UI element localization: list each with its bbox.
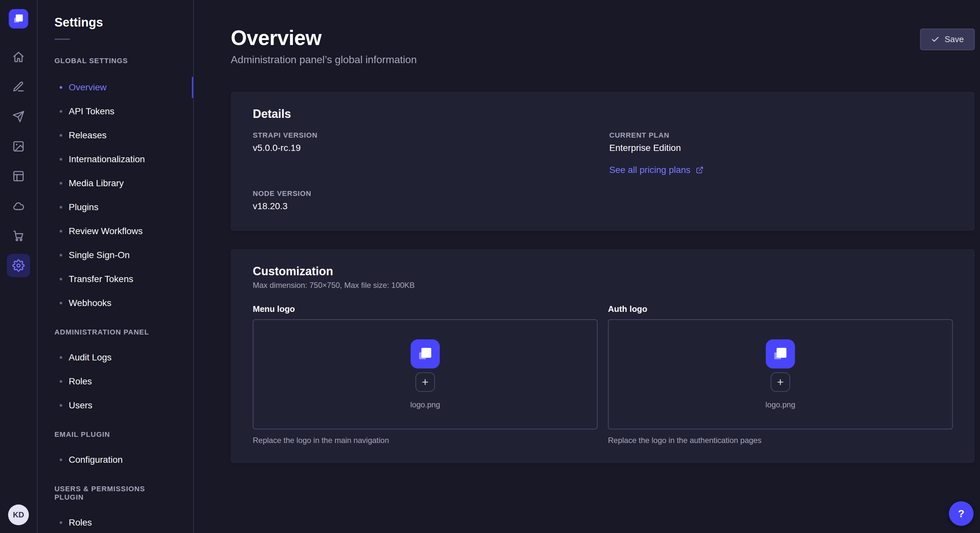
app-root: KD Settings GLOBAL SETTINGS Overview API… bbox=[0, 0, 980, 533]
main-nav-rail: KD bbox=[0, 0, 38, 533]
sidebar-item-up-roles[interactable]: Roles bbox=[38, 511, 193, 533]
sidebar-item-single-sign-on[interactable]: Single Sign-On bbox=[38, 243, 193, 267]
logo-grid: Menu logo logo.png Replac bbox=[253, 304, 953, 445]
field-label: CURRENT PLAN bbox=[609, 131, 953, 140]
bullet-dot bbox=[60, 404, 62, 407]
sidebar-item-overview[interactable]: Overview bbox=[38, 75, 193, 99]
rail-items bbox=[7, 45, 30, 277]
sidebar-divider bbox=[54, 38, 70, 40]
bullet-dot bbox=[60, 206, 62, 209]
sidebar-item-label: Overview bbox=[69, 82, 107, 93]
bullet-dot bbox=[60, 458, 62, 461]
sidebar-item-transfer-tokens[interactable]: Transfer Tokens bbox=[38, 267, 193, 291]
sidebar-item-admin-roles[interactable]: Roles bbox=[38, 370, 193, 393]
customization-card-title: Customization bbox=[253, 265, 953, 278]
plus-icon bbox=[776, 378, 784, 386]
auth-logo-hint: Replace the logo in the authentication p… bbox=[608, 436, 953, 445]
auth-logo-preview bbox=[766, 339, 795, 368]
section-label-users-permissions-plugin: USERS & PERMISSIONS PLUGIN bbox=[38, 485, 193, 501]
users-permissions-list: Roles Providers bbox=[38, 511, 193, 533]
menu-logo-field: Menu logo logo.png Replac bbox=[253, 304, 598, 445]
section-label-email-plugin: EMAIL PLUGIN bbox=[38, 430, 193, 439]
auth-logo-add-button[interactable] bbox=[771, 373, 790, 392]
page-subtitle: Administration panel’s global informatio… bbox=[231, 54, 417, 66]
strapi-logo[interactable] bbox=[9, 9, 28, 29]
bullet-dot bbox=[60, 110, 62, 113]
sidebar-item-audit-logs[interactable]: Audit Logs bbox=[38, 346, 193, 370]
user-avatar[interactable]: KD bbox=[8, 504, 29, 525]
page-header: Overview Administration panel’s global i… bbox=[231, 26, 975, 66]
sidebar-item-internationalization[interactable]: Internationalization bbox=[38, 148, 193, 171]
field-value: v5.0.0-rc.19 bbox=[253, 143, 596, 153]
strapi-version-field: STRAPI VERSION v5.0.0-rc.19 bbox=[253, 131, 596, 153]
pricing-plans-link-label: See all pricing plans bbox=[609, 165, 690, 175]
cloud-icon[interactable] bbox=[7, 194, 30, 217]
sidebar-item-review-workflows[interactable]: Review Workflows bbox=[38, 219, 193, 243]
field-label: NODE VERSION bbox=[253, 189, 596, 198]
home-icon[interactable] bbox=[7, 45, 30, 69]
layout-icon[interactable] bbox=[7, 165, 30, 188]
details-column-right: CURRENT PLAN Enterprise Edition See all … bbox=[609, 131, 953, 211]
sidebar-item-label: Internationalization bbox=[69, 154, 145, 165]
settings-sidebar: Settings GLOBAL SETTINGS Overview API To… bbox=[38, 0, 194, 533]
sidebar-item-label: Users bbox=[69, 400, 92, 411]
save-button-label: Save bbox=[945, 34, 964, 44]
marketplace-cart-icon[interactable] bbox=[7, 224, 30, 247]
menu-logo-upload-box[interactable]: logo.png bbox=[253, 319, 598, 429]
sidebar-item-webhooks[interactable]: Webhooks bbox=[38, 291, 193, 315]
current-plan-field: CURRENT PLAN Enterprise Edition bbox=[609, 131, 953, 153]
page-title: Overview bbox=[231, 26, 417, 50]
strapi-logo-icon bbox=[771, 345, 789, 363]
bullet-dot bbox=[60, 158, 62, 160]
sidebar-item-label: Audit Logs bbox=[69, 352, 111, 363]
sidebar-item-releases[interactable]: Releases bbox=[38, 124, 193, 148]
help-button[interactable]: ? bbox=[949, 501, 974, 526]
pen-icon[interactable] bbox=[7, 75, 30, 98]
sidebar-item-label: Single Sign-On bbox=[69, 250, 130, 260]
check-icon bbox=[931, 35, 940, 44]
node-version-field: NODE VERSION v18.20.3 bbox=[253, 189, 596, 211]
details-card: Details STRAPI VERSION v5.0.0-rc.19 NODE… bbox=[231, 92, 975, 231]
settings-gear-icon[interactable] bbox=[7, 254, 30, 277]
bullet-dot bbox=[60, 521, 62, 524]
bullet-dot bbox=[60, 254, 62, 257]
administration-panel-list: Audit Logs Roles Users bbox=[38, 346, 193, 417]
menu-logo-label: Menu logo bbox=[253, 304, 598, 314]
sidebar-item-label: Transfer Tokens bbox=[69, 274, 133, 284]
section-label-administration-panel: ADMINISTRATION PANEL bbox=[38, 328, 193, 336]
sidebar-item-plugins[interactable]: Plugins bbox=[38, 195, 193, 219]
details-grid: STRAPI VERSION v5.0.0-rc.19 NODE VERSION… bbox=[253, 131, 953, 211]
sidebar-item-label: Webhooks bbox=[69, 298, 111, 308]
external-link-icon bbox=[696, 166, 703, 174]
sidebar-item-admin-users[interactable]: Users bbox=[38, 393, 193, 417]
auth-logo-label: Auth logo bbox=[608, 304, 953, 314]
bullet-dot bbox=[60, 86, 62, 89]
sidebar-item-label: API Tokens bbox=[69, 106, 115, 117]
field-label: STRAPI VERSION bbox=[253, 131, 596, 140]
sidebar-item-label: Media Library bbox=[69, 178, 124, 189]
sidebar-item-email-configuration[interactable]: Configuration bbox=[38, 448, 193, 472]
sidebar-item-label: Configuration bbox=[69, 455, 123, 465]
save-button[interactable]: Save bbox=[920, 29, 975, 50]
strapi-logo-icon bbox=[12, 12, 25, 25]
menu-logo-preview bbox=[410, 339, 440, 368]
bullet-dot bbox=[60, 134, 62, 136]
sidebar-item-label: Review Workflows bbox=[69, 226, 143, 236]
bullet-dot bbox=[60, 230, 62, 233]
details-card-title: Details bbox=[253, 107, 953, 121]
media-library-icon[interactable] bbox=[7, 135, 30, 158]
bullet-dot bbox=[60, 380, 62, 383]
menu-logo-add-button[interactable] bbox=[415, 373, 435, 392]
sidebar-item-api-tokens[interactable]: API Tokens bbox=[38, 99, 193, 124]
auth-logo-upload-box[interactable]: logo.png bbox=[608, 319, 953, 429]
sidebar-item-media-library[interactable]: Media Library bbox=[38, 171, 193, 195]
sidebar-title: Settings bbox=[38, 16, 193, 30]
pricing-plans-link[interactable]: See all pricing plans bbox=[609, 165, 703, 175]
paper-plane-icon[interactable] bbox=[7, 105, 30, 128]
field-value: Enterprise Edition bbox=[609, 143, 953, 153]
section-label-global-settings: GLOBAL SETTINGS bbox=[38, 57, 193, 65]
strapi-logo-icon bbox=[416, 345, 434, 363]
plus-icon bbox=[421, 378, 430, 386]
global-settings-list: Overview API Tokens Releases Internation… bbox=[38, 75, 193, 315]
email-plugin-list: Configuration bbox=[38, 448, 193, 472]
